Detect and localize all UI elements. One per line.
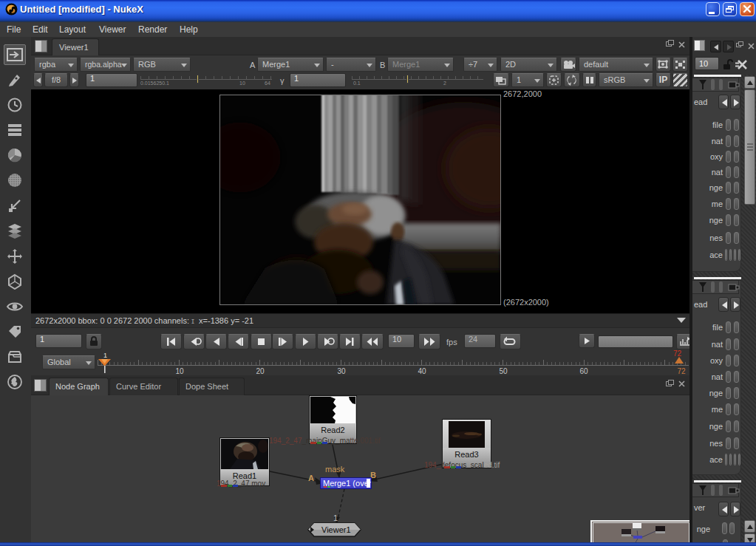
svg-text:(2672x2000): (2672x2000) bbox=[503, 298, 549, 307]
svg-text:Viewer1: Viewer1 bbox=[321, 525, 351, 534]
svg-text:1: 1 bbox=[103, 352, 107, 359]
svg-text:2672,2000: 2672,2000 bbox=[503, 89, 542, 98]
